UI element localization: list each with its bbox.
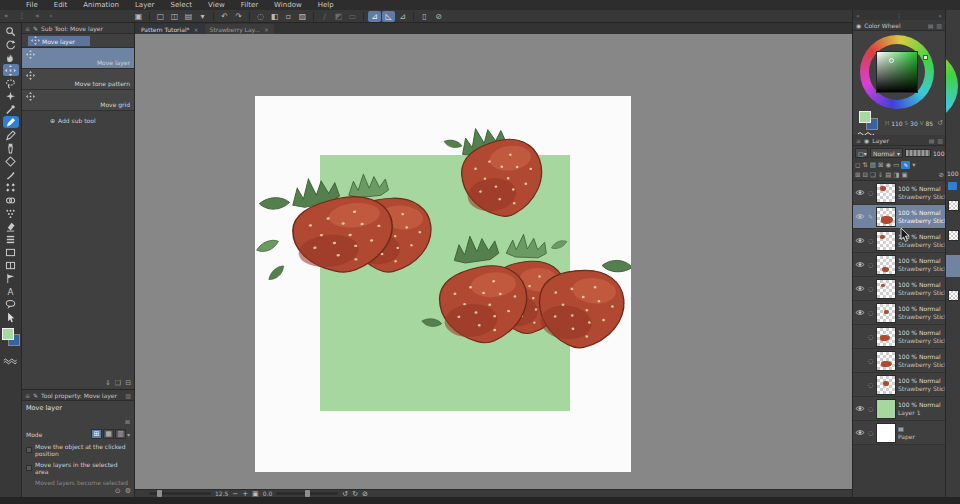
canvas-viewport[interactable] — [135, 34, 852, 489]
palette-tab-icon[interactable]: ▤ — [928, 22, 934, 29]
snap-to-grid-icon[interactable]: ⊿ — [396, 11, 409, 22]
visibility-eye-icon[interactable] — [854, 309, 865, 316]
frame-border-tool[interactable] — [3, 259, 19, 271]
airbrush-tool[interactable] — [3, 142, 19, 154]
pin-icon[interactable]: ◻ — [855, 161, 860, 169]
document-tab-pattern-tutorial[interactable]: Pattern Tutorial*× — [136, 24, 204, 34]
layer-row-layer-1[interactable]: ◌100 % NormalLayer 1 — [853, 397, 946, 421]
layer-thumbnail[interactable] — [876, 423, 896, 443]
saturation-value-square[interactable] — [876, 51, 918, 93]
color-wheel[interactable]: H110 S30 V85 ↺ — [853, 31, 945, 135]
menu-file[interactable]: File — [26, 1, 38, 9]
lock-icon[interactable]: ⊠ — [125, 418, 130, 425]
brush-tool[interactable] — [3, 168, 19, 180]
layer-thumbnail[interactable] — [876, 375, 896, 395]
ruler-tool[interactable] — [3, 272, 19, 284]
zoom-in-button[interactable]: + — [242, 491, 248, 497]
visibility-eye-icon[interactable] — [854, 189, 865, 196]
add-subtool-button[interactable]: ⊕ Add sub tool — [22, 111, 134, 124]
menu-help[interactable]: Help — [318, 1, 334, 9]
panel-scroll-arrows[interactable]: «⋮«‹ — [0, 12, 132, 20]
hue-marker[interactable] — [923, 55, 928, 60]
menu-animation[interactable]: Animation — [83, 1, 119, 9]
wrench-icon[interactable]: ⚙ — [125, 487, 131, 495]
menu-layer[interactable]: Layer — [135, 1, 155, 9]
close-tab-icon[interactable]: × — [264, 26, 269, 33]
enable-mask-icon[interactable]: ◉ — [885, 161, 891, 169]
zoom-tool[interactable] — [3, 25, 19, 37]
layer-tab-icon[interactable]: ▤ — [929, 137, 935, 144]
flip-horizontal-icon[interactable]: ⊘ — [362, 491, 368, 497]
auto-select-tool[interactable] — [3, 90, 19, 102]
transfer-layer-icon[interactable]: ❏ — [870, 171, 876, 179]
foreground-color-swatch[interactable] — [859, 111, 871, 123]
new-canvas-icon[interactable]: ▢ — [154, 11, 167, 22]
visibility-eye-icon[interactable] — [854, 429, 865, 436]
gradient-icon[interactable]: ◩ — [332, 11, 345, 22]
text-tool[interactable]: A — [3, 285, 19, 297]
selection-tool[interactable] — [3, 77, 19, 89]
tablet-mode-icon[interactable]: ▯ — [418, 11, 431, 22]
foreground-color[interactable] — [2, 328, 14, 340]
rotate-slider[interactable] — [276, 492, 338, 495]
visibility-eye-icon[interactable] — [854, 285, 865, 292]
snap-to-ruler-icon[interactable]: ⊿ — [368, 11, 381, 22]
clip-to-layer-icon[interactable]: ⇅ — [862, 161, 867, 169]
layer-thumbnail[interactable] — [876, 351, 896, 371]
checkbox-clicked-position[interactable] — [26, 447, 32, 453]
dock-collapse-right-icon[interactable]: » — [938, 12, 942, 19]
new-layer-icon[interactable]: ⊞ — [855, 171, 860, 179]
lock-transparency-icon[interactable]: ▧ — [870, 161, 876, 169]
merge-down-icon[interactable]: ⇓ — [878, 171, 883, 179]
fill-icon[interactable]: ◧ — [268, 11, 281, 22]
opacity-slider[interactable] — [905, 149, 931, 157]
layer-thumbnail[interactable] — [876, 279, 896, 299]
dock-collapse-left-icon[interactable]: « — [856, 12, 860, 19]
menu-view[interactable]: View — [208, 1, 225, 9]
import-subtool-icon[interactable]: ⇓ — [105, 379, 111, 387]
menu-edit[interactable]: Edit — [54, 1, 68, 9]
menu-filter[interactable]: Filter — [241, 1, 258, 9]
visibility-eye-icon[interactable] — [854, 405, 865, 412]
rotate-left-icon[interactable]: ↺ — [342, 491, 348, 497]
pen-tool[interactable] — [3, 116, 19, 128]
layer-thumbnail[interactable] — [876, 183, 896, 203]
layer-row-strawberry-sticker-1-copy-2[interactable]: ◌100 % NormalStrawberry Sticker 1 Copy 2 — [853, 277, 946, 301]
snap-to-special-ruler-icon[interactable]: ◺ — [382, 11, 395, 22]
subtool-group-tab[interactable]: Move layer — [28, 36, 90, 46]
undo-icon[interactable]: ↶ — [218, 11, 231, 22]
layer-thumbnail[interactable] — [876, 327, 896, 347]
panel-menu-icon[interactable]: ≡ — [25, 392, 30, 399]
line-width-icon[interactable]: ∕ — [318, 11, 331, 22]
operation-tool[interactable] — [3, 51, 19, 63]
save-file-icon[interactable]: ▤ — [182, 11, 195, 22]
balloon-tool[interactable] — [3, 298, 19, 310]
visibility-eye-icon[interactable] — [854, 213, 865, 220]
pencil-tool[interactable] — [3, 129, 19, 141]
new-folder-icon[interactable]: ⊟ — [862, 171, 867, 179]
delete-subtool-icon[interactable]: ⊟ — [125, 379, 131, 387]
gesture-off-icon[interactable]: ⊘ — [432, 11, 445, 22]
blend-icon-dropdown[interactable]: ▢▾ — [855, 148, 868, 158]
lock-layer-icon[interactable]: ⊠ — [878, 161, 883, 169]
transparent-color-icon[interactable] — [3, 350, 19, 369]
mode-layer-button[interactable]: ⊞ — [91, 429, 102, 439]
eraser-tool[interactable] — [3, 220, 19, 232]
eyedropper-tool[interactable] — [3, 103, 19, 115]
layer-thumbnail[interactable] — [876, 255, 896, 275]
subtool-item-move-tone-pattern[interactable]: Move tone pattern — [22, 69, 134, 90]
set-ruler-icon[interactable]: ▭ — [893, 161, 899, 169]
deselect-icon[interactable]: ▫ — [282, 11, 295, 22]
zoom-slider[interactable] — [149, 492, 211, 495]
rotate-tool[interactable] — [3, 38, 19, 50]
duplicate-subtool-icon[interactable]: ❏ — [115, 379, 121, 387]
layer-row-strawberry-sticker-3[interactable]: ◌100 % NormalStrawberry Sticker 3 — [853, 325, 946, 349]
canvas-page[interactable] — [255, 96, 631, 472]
layer-row-strawberry-sticker-1[interactable]: ◌100 % NormalStrawberry Sticker 1 — [853, 373, 946, 397]
palette-tab-icon-2[interactable]: ▥ — [936, 22, 942, 29]
layer-tab-icon-2[interactable]: ▥ — [937, 137, 943, 144]
2pane-icon[interactable]: ▣ — [902, 171, 908, 179]
pattern-brush-tool[interactable] — [3, 181, 19, 193]
collapsed-tab-stub[interactable]: ▥ — [125, 392, 131, 399]
mode-multiple-button[interactable]: ▦ — [103, 429, 114, 439]
